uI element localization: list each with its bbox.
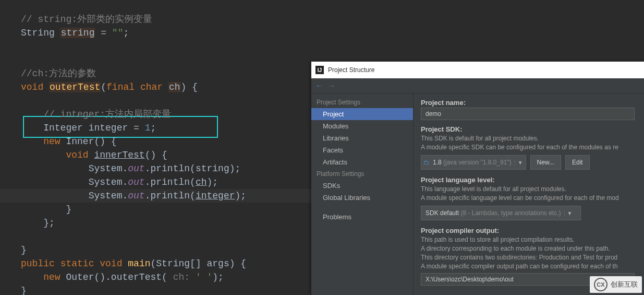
language-level-label: Project language level: (421, 176, 644, 184)
sidebar-item-artifacts[interactable]: Artifacts (311, 156, 413, 168)
chevron-down-icon[interactable]: ▼ (564, 210, 575, 216)
project-structure-dialog: IJ Project Structure ← → Project Setting… (311, 62, 644, 295)
watermark: CX 创新互联 (590, 276, 642, 293)
sidebar-item-sdks[interactable]: SDKs (311, 180, 413, 192)
project-name-input[interactable] (421, 108, 635, 120)
dialog-toolbar: ← → (311, 78, 644, 93)
folder-icon: 🗀 (421, 159, 432, 166)
sidebar-item-project[interactable]: Project (311, 108, 413, 120)
edit-sdk-button[interactable]: Edit (565, 155, 590, 170)
project-sdk-desc2: A module specific SDK can be configured … (421, 143, 644, 152)
new-sdk-button[interactable]: New... (530, 155, 561, 170)
sidebar-item-modules[interactable]: Modules (311, 120, 413, 132)
dialog-content: Project name: Project SDK: This SDK is d… (414, 93, 644, 295)
forward-icon[interactable]: → (328, 81, 335, 90)
watermark-text: 创新互联 (611, 280, 638, 289)
watermark-icon: CX (594, 278, 607, 291)
sidebar-section-project-settings: Project Settings (311, 97, 413, 108)
sidebar-item-libraries[interactable]: Libraries (311, 132, 413, 144)
project-sdk-combo[interactable]: 🗀 1.8 (java version "1.8.0_91") ▼ (421, 155, 526, 170)
sidebar-item-problems[interactable]: Problems (311, 211, 413, 223)
language-level-combo[interactable]: SDK default (8 - Lambdas, type annotatio… (421, 206, 581, 220)
back-icon[interactable]: ← (315, 81, 323, 90)
dialog-icon: IJ (315, 66, 324, 74)
dialog-title: Project Structure (328, 66, 374, 74)
project-name-label: Project name: (421, 99, 644, 107)
code-editor[interactable]: // string:外部类的实例变量 String string = ""; /… (0, 0, 311, 295)
language-level-desc: This language level is default for all p… (421, 185, 644, 194)
sidebar-item-facets[interactable]: Facets (311, 144, 413, 156)
language-level-desc2: A module specific language level can be … (421, 194, 644, 203)
sidebar-item-global-libraries[interactable]: Global Libraries (311, 192, 413, 204)
sidebar-section-platform-settings: Platform Settings (311, 168, 413, 180)
dialog-sidebar: Project Settings Project Modules Librari… (311, 93, 414, 295)
compiler-output-label: Project compiler output: (421, 227, 644, 234)
project-sdk-label: Project SDK: (421, 125, 644, 133)
dialog-titlebar[interactable]: IJ Project Structure (311, 62, 644, 78)
code-block: // string:外部类的实例变量 String string = ""; /… (21, 13, 311, 295)
chevron-down-icon[interactable]: ▼ (515, 160, 526, 166)
code-comment: // string:外部类的实例变量 (21, 14, 152, 25)
project-sdk-desc: This SDK is default for all project modu… (421, 134, 644, 143)
